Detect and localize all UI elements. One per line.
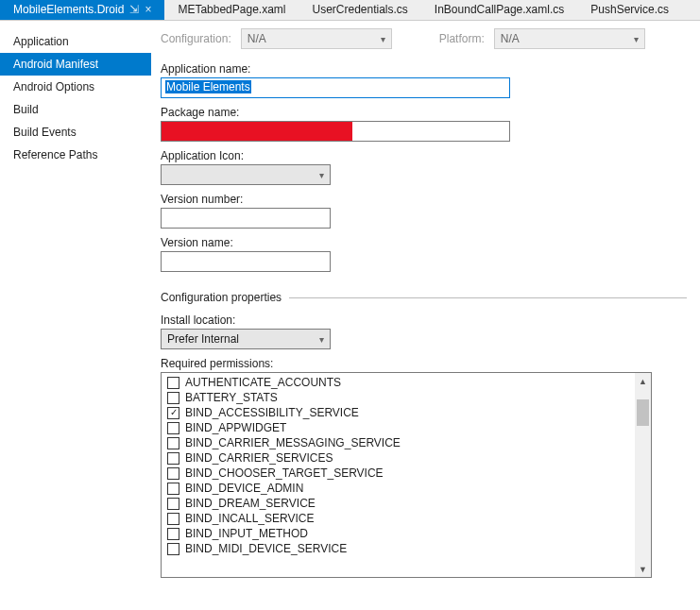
application-icon-label: Application Icon:: [161, 149, 687, 162]
permission-item[interactable]: BIND_MIDI_DEVICE_SERVICE: [163, 541, 649, 556]
editor-tabs: MobileElements.Droid⇲×METabbedPage.xamlU…: [0, 0, 700, 21]
checkbox[interactable]: [167, 528, 179, 540]
platform-combo: N/A ▾: [494, 28, 645, 49]
checkbox[interactable]: [167, 543, 179, 555]
sidebar-item[interactable]: Android Manifest: [0, 53, 151, 76]
version-name-input[interactable]: [161, 251, 331, 272]
tab-label: InBoundCallPage.xaml.cs: [435, 3, 564, 16]
permission-name: AUTHENTICATE_ACCOUNTS: [185, 376, 341, 389]
permission-item[interactable]: AUTHENTICATE_ACCOUNTS: [163, 375, 649, 390]
sidebar-item[interactable]: Android Options: [0, 76, 151, 98]
checkbox[interactable]: [167, 513, 179, 525]
editor-tab[interactable]: MobileElements.Droid⇲×: [0, 0, 164, 20]
checkbox[interactable]: [167, 452, 179, 465]
android-manifest-panel: Configuration: N/A ▾ Platform: N/A ▾ App…: [151, 21, 700, 610]
checkbox[interactable]: [167, 498, 179, 510]
pin-icon[interactable]: ⇲: [129, 3, 139, 16]
configuration-value: N/A: [248, 32, 266, 45]
permission-item[interactable]: BIND_ACCESSIBILITY_SERVICE: [163, 405, 649, 420]
platform-value: N/A: [501, 32, 520, 45]
permission-name: BATTERY_STATS: [185, 391, 278, 404]
application-name-value: Mobile Elements: [165, 80, 251, 93]
permission-name: BIND_ACCESSIBILITY_SERVICE: [185, 406, 359, 419]
application-name-label: Application name:: [161, 62, 687, 76]
permission-item[interactable]: BIND_CHOOSER_TARGET_SERVICE: [163, 466, 649, 481]
package-name-error-highlight: [162, 122, 352, 141]
chevron-down-icon: ▾: [381, 34, 385, 44]
application-icon-combo[interactable]: ▾: [161, 164, 331, 185]
required-permissions-label: Required permissions:: [161, 357, 687, 370]
close-icon[interactable]: ×: [145, 3, 151, 16]
editor-tab[interactable]: UserCredentials.cs: [299, 0, 420, 20]
permission-name: BIND_INPUT_METHOD: [185, 527, 308, 540]
permission-item[interactable]: BIND_CARRIER_SERVICES: [163, 450, 649, 466]
checkbox[interactable]: [167, 437, 179, 449]
configuration-properties-heading: Configuration properties: [161, 291, 282, 304]
checkbox[interactable]: [167, 422, 179, 434]
required-permissions-list[interactable]: AUTHENTICATE_ACCOUNTSBATTERY_STATSBIND_A…: [161, 372, 652, 578]
install-location-label: Install location:: [161, 313, 687, 327]
permission-item[interactable]: BIND_CARRIER_MESSAGING_SERVICE: [163, 435, 649, 450]
platform-label: Platform:: [439, 32, 485, 45]
checkbox[interactable]: [167, 377, 179, 389]
editor-tab[interactable]: PushService.cs: [577, 0, 682, 20]
sidebar-item[interactable]: Application: [0, 30, 151, 53]
sidebar-item[interactable]: Reference Paths: [0, 144, 151, 166]
tab-label: UserCredentials.cs: [312, 3, 407, 16]
scrollbar[interactable]: ▲ ▼: [635, 373, 651, 577]
permission-name: BIND_CARRIER_SERVICES: [185, 451, 333, 465]
configuration-label: Configuration:: [161, 32, 231, 45]
editor-tab[interactable]: InBoundCallPage.xaml.cs: [421, 0, 577, 20]
scroll-down-icon[interactable]: ▼: [635, 561, 651, 577]
chevron-down-icon: ▾: [319, 334, 324, 345]
permission-item[interactable]: BIND_APPWIDGET: [163, 420, 649, 435]
checkbox[interactable]: [167, 407, 179, 419]
permission-name: BIND_APPWIDGET: [185, 421, 286, 434]
permission-name: BIND_CHOOSER_TARGET_SERVICE: [185, 466, 384, 480]
configuration-combo: N/A ▾: [241, 28, 392, 49]
permission-name: BIND_INCALL_SERVICE: [185, 512, 315, 525]
application-name-input[interactable]: Mobile Elements: [161, 77, 510, 98]
permission-name: BIND_DREAM_SERVICE: [185, 497, 316, 510]
permission-name: BIND_DEVICE_ADMIN: [185, 482, 303, 495]
permission-name: BIND_MIDI_DEVICE_SERVICE: [185, 542, 347, 555]
chevron-down-icon: ▾: [319, 170, 324, 180]
sidebar-item[interactable]: Build Events: [0, 121, 151, 144]
permission-name: BIND_CARRIER_MESSAGING_SERVICE: [185, 436, 401, 449]
permission-item[interactable]: BIND_INCALL_SERVICE: [163, 511, 649, 526]
package-name-label: Package name:: [161, 106, 687, 119]
permission-item[interactable]: BIND_DEVICE_ADMIN: [163, 481, 649, 496]
version-number-label: Version number:: [161, 193, 687, 206]
scroll-up-icon[interactable]: ▲: [635, 373, 651, 389]
checkbox[interactable]: [167, 392, 179, 404]
sidebar-item[interactable]: Build: [0, 98, 151, 121]
tab-label: PushService.cs: [590, 3, 669, 16]
project-properties-sidebar: ApplicationAndroid ManifestAndroid Optio…: [0, 21, 151, 610]
tab-label: METabbedPage.xaml: [178, 3, 285, 16]
version-name-label: Version name:: [161, 236, 687, 249]
divider: [289, 297, 687, 298]
chevron-down-icon: ▾: [634, 34, 639, 44]
editor-tab[interactable]: METabbedPage.xaml: [164, 0, 299, 20]
permission-item[interactable]: BATTERY_STATS: [163, 390, 649, 405]
package-name-input[interactable]: [161, 121, 510, 142]
checkbox[interactable]: [167, 467, 179, 480]
install-location-combo[interactable]: Prefer Internal ▾: [161, 329, 331, 349]
version-number-input[interactable]: [161, 208, 331, 229]
permission-item[interactable]: BIND_INPUT_METHOD: [163, 526, 649, 541]
tab-label: MobileElements.Droid: [13, 3, 124, 16]
checkbox[interactable]: [167, 483, 179, 495]
install-location-value: Prefer Internal: [167, 332, 239, 346]
permission-item[interactable]: BIND_DREAM_SERVICE: [163, 496, 649, 511]
scroll-thumb[interactable]: [637, 399, 649, 426]
